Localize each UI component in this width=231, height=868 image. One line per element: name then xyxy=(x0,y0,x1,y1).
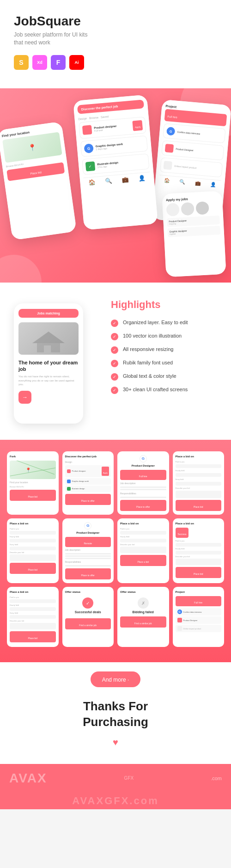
fail-icon: ✗ xyxy=(138,597,149,609)
highlight-item-3: ✓ All responsive resizing xyxy=(111,346,217,354)
highlights-section: Jobs matching The home of your dream job… xyxy=(0,283,231,440)
place-offer-btn-2[interactable]: Place to offer xyxy=(120,500,166,511)
xd-icon: Xd xyxy=(32,55,47,70)
highlight-text-5: Global text & color style xyxy=(123,373,176,380)
and-more-section: And more · Thanks ForPurchasing ♥ xyxy=(0,662,231,764)
check-icon-3: ✓ xyxy=(111,346,118,354)
screen-bid-3: Place a bid on Paid to you Hourly field … xyxy=(117,518,169,583)
place-bid-btn-3[interactable]: Place bid xyxy=(10,563,56,574)
map-area: 📍 xyxy=(10,461,56,479)
highlight-item-4: ✓ Rubik family font used xyxy=(111,359,217,367)
screen-product-designer: G Product Designer Full hire Job descrip… xyxy=(117,451,169,515)
place-offer-btn-3[interactable]: Place to offer xyxy=(65,568,111,579)
find-similar-btn-2[interactable]: Find a similar job xyxy=(120,616,166,628)
avax-domain: .com xyxy=(211,776,222,781)
highlight-text-1: Organized layer. Easy to edit xyxy=(123,319,188,326)
check-icon-5: ✓ xyxy=(111,373,118,381)
watermark: AVAXGFX.com xyxy=(0,793,231,809)
hl-image xyxy=(18,322,79,355)
hl-phone-title: The home of your dream job xyxy=(18,359,79,373)
screen-offer-fail: Offer status ✗ Bidding failed Find a sim… xyxy=(117,587,169,647)
thanks-title: Thanks ForPurchasing xyxy=(9,699,222,730)
google-logo: G xyxy=(140,455,147,462)
highlight-text-3: All responsive resizing xyxy=(123,346,173,353)
highlight-text-4: Rubik family font used xyxy=(123,359,173,366)
place-bid-btn-2[interactable]: Place bid xyxy=(176,500,222,511)
highlight-item-5: ✓ Global text & color style xyxy=(111,373,217,381)
screen-fork: Fork 📍 Find your location Browse B1/14 R… xyxy=(7,451,59,515)
screens-row-2: Place a bid on Paid to you Hourly field … xyxy=(7,518,224,583)
hl-jobs-btn: Jobs matching xyxy=(18,309,79,318)
screen-product-designer-2: G Product Designer Remote Job descriptio… xyxy=(62,518,114,583)
tool-icons: S Xd F Ai xyxy=(14,55,217,70)
phone-mockup-bottom-left: Apply my jobs Product Designer Ongoing G… xyxy=(162,191,226,277)
svg-marker-0 xyxy=(32,332,65,343)
phones-showcase: Discover the perfect job Design Browse S… xyxy=(0,88,231,283)
screen-bid-2: Place a bid on Paid to you Hourly field … xyxy=(7,518,59,583)
project-item-3: Online impact product xyxy=(176,625,222,632)
place-bid-btn-4[interactable]: Place a bid xyxy=(120,555,166,566)
project-item-2: Product Designer xyxy=(176,616,222,624)
screens-row-1: Fork 📍 Find your location Browse B1/14 R… xyxy=(7,451,224,515)
figma-icon: F xyxy=(51,55,66,70)
highlights-content: Highlights ✓ Organized layer. Easy to ed… xyxy=(111,299,217,424)
adobe-icon: Ai xyxy=(69,55,84,70)
app-name: JobSquare xyxy=(14,14,217,29)
and-more-button[interactable]: And more · xyxy=(91,671,141,687)
place-bid-btn-5[interactable]: Place bid xyxy=(176,567,222,578)
sketch-icon: S xyxy=(14,55,29,70)
avax-footer: AVAX GFX .com xyxy=(0,764,231,793)
house-svg xyxy=(30,329,67,352)
app-subtitle: Job seeker platform for UI kits that nee… xyxy=(14,31,97,47)
highlight-phone: Jobs matching The home of your dream job… xyxy=(14,303,83,424)
highlight-item-1: ✓ Organized layer. Easy to edit xyxy=(111,319,217,327)
check-icon-1: ✓ xyxy=(111,320,118,327)
sc-item-graphic: Graphic design work xyxy=(65,478,111,485)
check-icon-2: ✓ xyxy=(111,333,118,340)
highlight-phone-area: Jobs matching The home of your dream job… xyxy=(14,299,97,424)
highlight-item-2: ✓ 100 vector icon illustration xyxy=(111,332,217,340)
highlight-text-6: 30+ clean UI crafted screens xyxy=(123,386,188,393)
screens-row-3: Place a bid on Paid to you Hourly field … xyxy=(7,587,224,647)
deco-circle-2 xyxy=(0,255,42,283)
watermark-text: AVAXGFX.com xyxy=(2,795,229,807)
find-similar-btn-1[interactable]: Find a similar job xyxy=(65,618,111,629)
highlight-item-6: ✓ 30+ clean UI crafted screens xyxy=(111,386,217,394)
place-offer-btn-1[interactable]: Place to offer xyxy=(65,494,111,505)
screen-discover: Discover the perfect job Design Product … xyxy=(62,451,114,515)
hero-section: JobSquare Job seeker platform for UI kit… xyxy=(0,0,231,88)
screen-bid-success: Place a bid on Success Paid to you Hourl… xyxy=(173,518,225,583)
sc-item-product-designer: Product designer Apply xyxy=(65,465,111,477)
success-icon: ✓ xyxy=(82,597,93,609)
screen-offer-success: Offer status ✓ Successful deals Find a s… xyxy=(62,587,114,647)
hl-btn-text: Jobs matching xyxy=(23,312,74,315)
screens-section: Fork 📍 Find your location Browse B1/14 R… xyxy=(0,440,231,662)
screen-bid-1: Place a bid on Paid to you Hourly field … xyxy=(173,451,225,515)
svg-rect-2 xyxy=(44,345,51,352)
phone-mockup-main: Discover the perfect job Design Browse S… xyxy=(73,94,158,230)
place-bid-btn-1[interactable]: Place bid xyxy=(10,490,56,501)
highlight-text-2: 100 vector icon illustration xyxy=(123,332,182,339)
check-icon-6: ✓ xyxy=(111,387,118,394)
hl-phone-desc: You do not have the right to remain sile… xyxy=(18,375,79,386)
heart-icon: ♥ xyxy=(9,737,222,748)
place-bid-btn-6[interactable]: Place bid xyxy=(10,631,56,642)
highlights-title: Highlights xyxy=(111,299,217,311)
project-item-1: G Confirm data interview xyxy=(176,608,222,616)
sc-item-illustrate: Illustrate design xyxy=(65,486,111,492)
phone-mockup-left: Find your location 📍 Browse B1/14 R> Pla… xyxy=(0,121,77,240)
screen-project: Project Full hire G Confirm data intervi… xyxy=(173,587,225,647)
and-more-text: And more · xyxy=(102,677,129,683)
check-icon-4: ✓ xyxy=(111,360,118,367)
avax-brand: AVAX xyxy=(9,771,47,786)
screen-bid-last: Place a bid on Paid to you Hourly field … xyxy=(7,587,59,647)
google-logo-2: G xyxy=(84,522,91,529)
hl-arrow-button[interactable]: → xyxy=(18,391,31,404)
